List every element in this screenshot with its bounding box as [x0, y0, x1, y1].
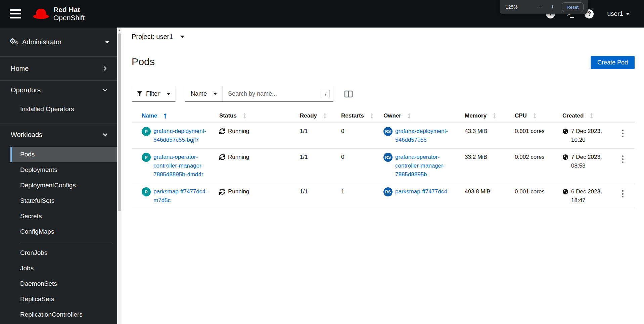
sidebar-item-deploymentconfigs[interactable]: DeploymentConfigs	[0, 178, 117, 193]
pod-link[interactable]: grafana-operator-	[153, 153, 203, 161]
row-kebab-menu-icon[interactable]	[620, 188, 626, 200]
pod-badge: P	[142, 153, 151, 162]
search-group: Name /	[185, 86, 333, 102]
columns-icon	[344, 90, 353, 98]
column-header-restarts[interactable]: Restarts	[336, 109, 378, 123]
globe-icon	[562, 128, 568, 134]
brand-line1: Red Hat	[53, 6, 85, 14]
owner-cell: RS parksmap-ff7477dc4	[378, 183, 459, 209]
search-input[interactable]	[223, 86, 322, 101]
sidebar-item-secrets[interactable]: Secrets	[0, 209, 117, 224]
sidebar-item-installed-operators[interactable]: Installed Operators	[0, 101, 117, 117]
column-label: Ready	[300, 112, 317, 119]
restarts-cell: 0	[336, 123, 378, 148]
owner-link[interactable]: parksmap-ff7477dc4	[395, 187, 447, 196]
pod-name-cell: P grafana-deployment- 546dd57c55-bgjl7	[132, 123, 214, 148]
gear-icon: ⚙	[15, 40, 19, 45]
sidebar-item-pods[interactable]: Pods	[10, 147, 117, 162]
sidebar-item-daemonsets[interactable]: DaemonSets	[0, 276, 117, 291]
sync-running-icon	[219, 128, 225, 134]
hamburger-bar	[10, 9, 21, 11]
chevron-down-icon	[626, 13, 630, 15]
search-attribute-dropdown[interactable]: Name	[185, 86, 223, 101]
ready-cell: 1/1	[294, 123, 336, 148]
restarts-cell: 1	[336, 183, 378, 209]
owner-link[interactable]: grafana-operator-	[395, 153, 445, 161]
scrollbar-up-arrow[interactable]: ▲	[117, 28, 122, 33]
chevron-down-icon	[214, 93, 217, 95]
zoom-out-button[interactable]: −	[536, 3, 544, 11]
sidebar-item-replicasets[interactable]: ReplicaSets	[0, 291, 117, 307]
create-pod-button[interactable]: Create Pod	[591, 56, 635, 69]
pod-link[interactable]: grafana-deployment-	[153, 127, 206, 136]
sort-both-icon	[407, 113, 411, 119]
owner-link[interactable]: 546dd57c55	[395, 136, 448, 144]
filter-dropdown[interactable]: Filter	[132, 86, 176, 102]
perspective-switcher[interactable]: ⚙ ⚙ Administrator	[0, 28, 117, 56]
sort-both-icon	[243, 113, 246, 119]
created-time: 18:47	[571, 196, 602, 205]
row-kebab-menu-icon[interactable]	[620, 128, 626, 139]
user-menu-button[interactable]: user1	[607, 10, 630, 17]
column-label: Restarts	[341, 112, 364, 119]
column-header-cpu[interactable]: CPU	[509, 109, 557, 123]
column-header-created[interactable]: Created	[557, 109, 614, 123]
owner-link[interactable]: 7885d8895b	[395, 170, 445, 179]
pod-link[interactable]: 7885d8895b-4md4r	[153, 170, 203, 179]
brand-line2: OpenShift	[53, 14, 85, 22]
memory-cell: 33.2 MiB	[459, 149, 509, 183]
sidebar-item-deployments[interactable]: Deployments	[0, 162, 117, 178]
column-header-memory[interactable]: Memory	[459, 109, 509, 123]
manage-columns-button[interactable]	[344, 90, 353, 98]
sort-both-icon	[493, 113, 496, 119]
column-header-ready[interactable]: Ready	[294, 109, 336, 123]
column-header-status[interactable]: Status	[214, 109, 294, 123]
table-row: P grafana-operator- controller-manager- …	[132, 149, 635, 183]
column-header-name[interactable]: Name	[132, 109, 214, 123]
scrollbar-thumb[interactable]	[118, 33, 121, 211]
status-text: Running	[228, 187, 249, 196]
sidebar-item-replicationcontrollers[interactable]: ReplicationControllers	[0, 307, 117, 322]
sidebar-item-jobs[interactable]: Jobs	[0, 261, 117, 276]
status-cell: Running	[214, 149, 294, 183]
sidebar-section-workloads[interactable]: Workloads	[0, 124, 117, 145]
openshift-logo: Red Hat OpenShift	[32, 6, 85, 22]
actions-cell	[614, 149, 635, 183]
status-cell: Running	[214, 183, 294, 209]
table-row: P grafana-deployment- 546dd57c55-bgjl7 R…	[132, 123, 635, 149]
created-cell: 6 Dec 2023, 18:47	[557, 183, 614, 209]
zoom-in-button[interactable]: +	[549, 3, 556, 11]
column-label: CPU	[515, 112, 527, 119]
keyboard-shortcut-badge: /	[322, 90, 330, 98]
ready-cell: 1/1	[294, 183, 336, 209]
cpu-cell: 0.001 cores	[509, 183, 557, 209]
sidebar-item-home[interactable]: Home	[0, 57, 117, 80]
sidebar-nav: ⚙ ⚙ Administrator Home Operators Install…	[0, 28, 117, 324]
replicaset-badge: RS	[383, 127, 393, 136]
pod-link[interactable]: 546dd57c55-bgjl7	[153, 136, 206, 144]
owner-link[interactable]: grafana-deployment-	[395, 127, 448, 136]
pod-link[interactable]: parksmap-ff7477dc4-	[153, 187, 207, 196]
column-header-owner[interactable]: Owner	[378, 109, 459, 123]
row-kebab-menu-icon[interactable]	[620, 153, 626, 165]
cpu-cell: 0.001 cores	[509, 123, 557, 148]
perspective-label: Administrator	[22, 38, 62, 46]
chevron-right-icon	[102, 66, 108, 71]
sidebar-item-configmaps[interactable]: ConfigMaps	[0, 224, 117, 239]
zoom-reset-button[interactable]: Reset	[562, 2, 584, 12]
sidebar-section-operators[interactable]: Operators	[0, 81, 117, 99]
owner-link[interactable]: controller-manager-	[395, 161, 445, 170]
created-cell: 7 Dec 2023, 08:53	[557, 149, 614, 183]
column-label: Status	[219, 112, 237, 119]
sidebar-item-cronjobs[interactable]: CronJobs	[0, 245, 117, 261]
sidebar-scrollbar[interactable]: ▲	[117, 28, 122, 324]
divider	[20, 242, 112, 242]
project-selector[interactable]: Project: user1	[132, 33, 184, 41]
created-date: 7 Dec 2023,	[571, 153, 602, 161]
sidebar-item-statefulsets[interactable]: StatefulSets	[0, 193, 117, 209]
actions-cell	[614, 123, 635, 148]
pod-link[interactable]: m7d5c	[153, 196, 207, 205]
nav-toggle-hamburger-icon[interactable]	[10, 9, 21, 18]
pod-link[interactable]: controller-manager-	[153, 161, 203, 170]
status-text: Running	[228, 127, 249, 136]
